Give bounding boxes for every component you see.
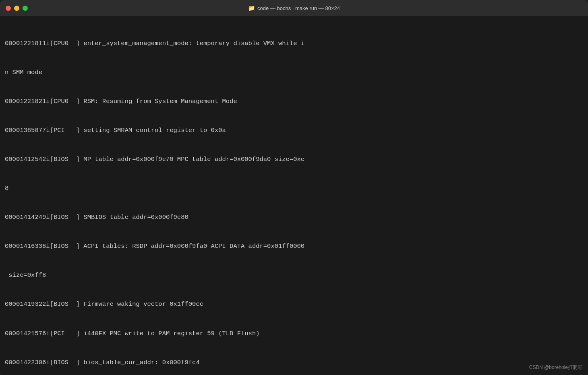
terminal-line: 00001421576i[PCI ] i440FX PMC write to P… xyxy=(5,329,583,338)
minimize-button[interactable] xyxy=(14,6,19,11)
titlebar: 📁 code — bochs · make run — 80×24 xyxy=(0,0,588,16)
terminal-line: 00001416338i[BIOS ] ACPI tables: RSDP ad… xyxy=(5,241,583,251)
terminal-line: 00001412542i[BIOS ] MP table addr=0x000f… xyxy=(5,155,583,164)
terminal-line: 00001385877i[PCI ] setting SMRAM control… xyxy=(5,126,583,135)
terminal-line: 00001221811i[CPU0 ] enter_system_managem… xyxy=(5,39,583,48)
close-button[interactable] xyxy=(6,6,11,11)
terminal-line: 00001419322i[BIOS ] Firmware waking vect… xyxy=(5,299,583,309)
window-title: 📁 code — bochs · make run — 80×24 xyxy=(248,5,340,11)
maximize-button[interactable] xyxy=(23,6,28,11)
terminal-line: 00001221821i[CPU0 ] RSM: Resuming from S… xyxy=(5,97,583,106)
folder-icon: 📁 xyxy=(248,5,255,11)
terminal-line: 00001422306i[BIOS ] bios_table_cur_addr:… xyxy=(5,358,583,367)
traffic-lights xyxy=(6,6,28,11)
terminal-window: 📁 code — bochs · make run — 80×24 000012… xyxy=(0,0,588,375)
terminal-line: n SMM mode xyxy=(5,68,583,77)
title-text: code — bochs · make run — 80×24 xyxy=(257,5,340,11)
watermark: CSDN @borehole打洞哥 xyxy=(529,364,582,371)
terminal-line: size=0xff8 xyxy=(5,270,583,280)
terminal-line: 00001414249i[BIOS ] SMBIOS table addr=0x… xyxy=(5,212,583,222)
terminal-line: 8 xyxy=(5,183,583,193)
terminal-output: 00001221811i[CPU0 ] enter_system_managem… xyxy=(5,19,583,375)
terminal-content[interactable]: 00001221811i[CPU0 ] enter_system_managem… xyxy=(0,16,588,375)
